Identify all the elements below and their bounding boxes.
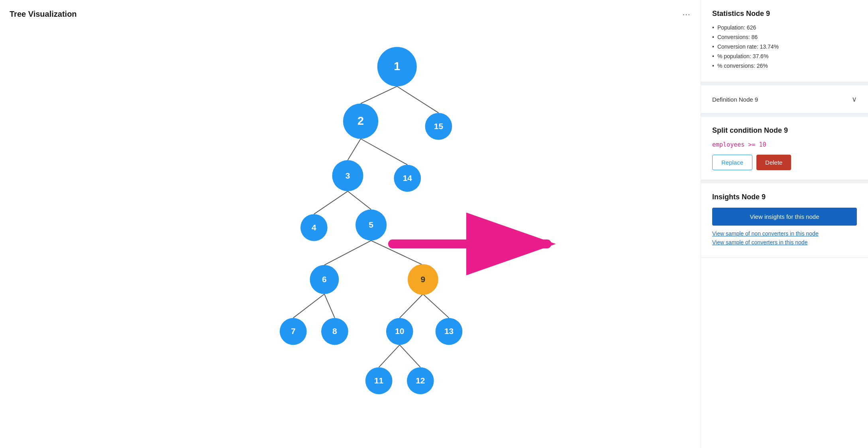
svg-text:13: 13 — [444, 326, 454, 336]
tree-node-11[interactable]: 11 — [365, 367, 393, 394]
tree-node-6[interactable]: 6 — [310, 265, 339, 294]
tree-node-7[interactable]: 7 — [280, 318, 307, 345]
stat-conversion-rate: Conversion rate: 13.74% — [712, 43, 857, 50]
more-options-button[interactable]: ⋯ — [682, 10, 691, 19]
definition-label: Definition Node 9 — [712, 96, 758, 103]
statistics-list: Population: 626 Conversions: 86 Conversi… — [712, 24, 857, 69]
svg-text:9: 9 — [421, 275, 426, 284]
tree-node-8[interactable]: 8 — [321, 318, 348, 345]
separator-3 — [701, 180, 868, 183]
svg-line-9 — [324, 294, 335, 318]
tree-svg: 121531445697810131112 — [10, 25, 691, 430]
svg-line-12 — [379, 345, 400, 367]
svg-text:10: 10 — [395, 326, 404, 336]
svg-line-2 — [348, 139, 361, 160]
panel-title: Tree Visualization — [10, 10, 691, 19]
svg-text:14: 14 — [403, 173, 412, 183]
svg-line-10 — [400, 294, 423, 318]
stat-conversions: Conversions: 86 — [712, 34, 857, 40]
split-condition-buttons: Replace Delete — [712, 155, 857, 170]
svg-text:15: 15 — [434, 122, 443, 131]
tree-node-12[interactable]: 12 — [407, 367, 434, 394]
svg-line-13 — [400, 345, 420, 367]
svg-line-11 — [423, 294, 449, 318]
svg-text:4: 4 — [312, 223, 316, 232]
delete-button[interactable]: Delete — [756, 155, 791, 170]
svg-text:7: 7 — [291, 326, 296, 336]
definition-section[interactable]: Definition Node 9 ∨ — [701, 85, 868, 114]
left-panel: Tree Visualization ⋯ 1215314456978101311… — [0, 0, 701, 448]
insights-section: Insights Node 9 View insights for this n… — [701, 183, 868, 258]
tree-node-5[interactable]: 5 — [355, 209, 387, 240]
statistics-title: Statistics Node 9 — [712, 10, 857, 18]
svg-text:12: 12 — [416, 376, 425, 385]
split-condition-title: Split condition Node 9 — [712, 126, 857, 135]
stat-pct-conversions: % conversions: 26% — [712, 63, 857, 69]
tree-node-9[interactable]: 9 — [408, 265, 438, 294]
svg-line-4 — [314, 191, 348, 214]
svg-text:1: 1 — [394, 60, 400, 73]
tree-node-15[interactable]: 15 — [425, 113, 452, 140]
view-non-converters-link[interactable]: View sample of non converters in this no… — [712, 230, 857, 237]
stat-population: Population: 626 — [712, 24, 857, 31]
view-converters-link[interactable]: View sample of converters in this node — [712, 239, 857, 246]
replace-button[interactable]: Replace — [712, 155, 752, 170]
svg-text:2: 2 — [357, 114, 364, 127]
insights-title: Insights Node 9 — [712, 193, 857, 201]
split-condition-value: employees >= 10 — [712, 141, 857, 148]
svg-line-0 — [361, 86, 397, 104]
svg-line-6 — [324, 241, 371, 265]
tree-node-1[interactable]: 1 — [377, 47, 417, 86]
svg-text:11: 11 — [374, 376, 383, 385]
svg-line-5 — [348, 191, 371, 210]
chevron-down-icon: ∨ — [852, 95, 857, 104]
separator-2 — [701, 114, 868, 117]
tree-container: 121531445697810131112 — [10, 25, 691, 430]
stat-pct-population: % population: 37.6% — [712, 53, 857, 59]
view-insights-button[interactable]: View insights for this node — [712, 208, 857, 226]
tree-node-10[interactable]: 10 — [386, 318, 413, 345]
svg-text:3: 3 — [346, 171, 350, 180]
statistics-section: Statistics Node 9 Population: 626 Conver… — [701, 0, 868, 82]
svg-line-7 — [371, 241, 423, 265]
tree-node-2[interactable]: 2 — [343, 104, 379, 139]
svg-text:5: 5 — [369, 220, 373, 229]
right-panel: Statistics Node 9 Population: 626 Conver… — [701, 0, 868, 448]
svg-text:8: 8 — [332, 326, 337, 336]
tree-node-3[interactable]: 3 — [332, 160, 363, 191]
tree-node-14[interactable]: 14 — [394, 165, 421, 192]
separator-1 — [701, 82, 868, 85]
svg-line-8 — [293, 294, 324, 318]
svg-line-1 — [397, 86, 438, 113]
split-condition-section: Split condition Node 9 employees >= 10 R… — [701, 117, 868, 180]
svg-text:6: 6 — [322, 275, 327, 284]
tree-node-13[interactable]: 13 — [436, 318, 463, 345]
svg-line-3 — [361, 139, 407, 165]
definition-row[interactable]: Definition Node 9 ∨ — [712, 95, 857, 104]
tree-node-4[interactable]: 4 — [300, 214, 328, 241]
